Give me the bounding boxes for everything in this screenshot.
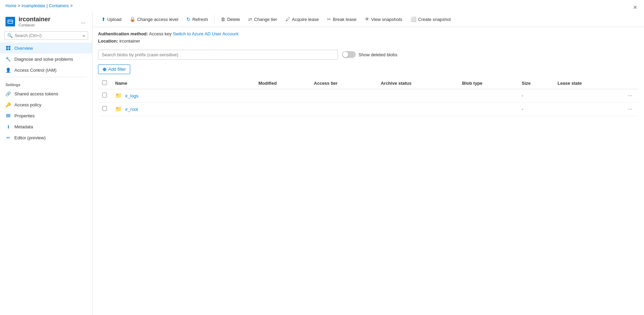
link-icon: 🔗 — [5, 91, 11, 96]
change-tier-label: Change tier — [254, 17, 277, 22]
show-deleted-label: Show deleted blobs — [359, 52, 397, 57]
svg-rect-5 — [9, 48, 10, 50]
svg-rect-2 — [6, 46, 8, 48]
row-more-actions-2[interactable]: ··· — [625, 105, 634, 113]
pencil-icon: ✏ — [5, 135, 11, 140]
cell-lease-state-1 — [554, 89, 621, 102]
sidebar-more-button[interactable]: ... — [80, 17, 87, 26]
breadcrumb: Home > irsampledata | Containers > — [0, 0, 644, 12]
change-tier-button[interactable]: ⇄ Change tier — [245, 14, 280, 24]
sidebar-item-access-policy[interactable]: 🔑 Access policy — [0, 99, 92, 110]
delete-button[interactable]: 🗑 Delete — [217, 14, 244, 24]
cell-access-tier-1 — [310, 89, 377, 102]
row-checkbox-1[interactable] — [102, 93, 107, 97]
tier-icon: ⇄ — [248, 16, 252, 22]
refresh-icon: ↻ — [186, 16, 191, 22]
upload-button[interactable]: ⬆ Upload — [98, 14, 125, 24]
delete-label: Delete — [227, 17, 240, 22]
sidebar-item-editor[interactable]: ✏ Editor (preview) — [0, 132, 92, 143]
table-container: Name Modified Access tier Archive status… — [93, 78, 644, 116]
break-lease-button[interactable]: ✂ Break lease — [324, 14, 360, 24]
breadcrumb-storage[interactable]: irsampledata — [22, 3, 45, 8]
breadcrumb-sep3: > — [70, 3, 73, 8]
search-icon: 🔍 — [7, 33, 13, 38]
filter-row: ⊕ Add filter — [93, 63, 644, 78]
acquire-lease-label: Acquire lease — [292, 17, 319, 22]
cell-modified-1 — [254, 89, 310, 102]
bars-icon — [5, 113, 11, 118]
col-blob-type: Blob type — [458, 78, 518, 89]
add-filter-button[interactable]: ⊕ Add filter — [98, 65, 130, 74]
refresh-button[interactable]: ↻ Refresh — [183, 14, 211, 24]
sidebar-search-input[interactable] — [15, 33, 79, 38]
svg-rect-6 — [6, 114, 10, 115]
main-content: ⬆ Upload 🔒 Change access level ↻ Refresh… — [93, 12, 644, 315]
snapshots-icon: 👁 — [365, 16, 369, 22]
create-snapshot-label: Create snapshot — [418, 17, 451, 22]
sidebar-title: ircontainer — [19, 16, 76, 23]
acquire-lease-icon: 🖊 — [285, 16, 290, 22]
row-more-actions-1[interactable]: ··· — [625, 92, 634, 100]
lock-icon: 🔒 — [130, 16, 135, 22]
table-row: 📁 ir_logs - ··· — [98, 89, 639, 102]
select-all-checkbox[interactable] — [102, 80, 107, 85]
toggle-group: Show deleted blobs — [342, 51, 397, 58]
sidebar-item-iam[interactable]: 👤 Access Control (IAM) — [0, 65, 92, 75]
svg-rect-4 — [6, 48, 8, 50]
grid-icon — [5, 45, 11, 51]
upload-label: Upload — [107, 17, 121, 22]
folder-link-ir-logs[interactable]: ir_logs — [125, 93, 138, 98]
cell-lease-state-2 — [554, 102, 621, 116]
delete-icon: 🗑 — [221, 16, 226, 22]
cell-archive-status-1 — [377, 89, 458, 102]
breadcrumb-home[interactable]: Home — [5, 3, 16, 8]
info-icon: ℹ — [5, 124, 11, 129]
blob-search-input[interactable] — [98, 50, 338, 60]
location-label: Location: — [98, 38, 118, 44]
toggle-switch[interactable] — [342, 51, 356, 58]
sidebar-nav: Overview 🔧 Diagnose and solve problems 👤… — [0, 43, 92, 315]
sidebar-item-access-policy-label: Access policy — [14, 102, 41, 107]
location-value: ircontainer — [119, 38, 140, 44]
sidebar-item-overview[interactable]: Overview — [0, 43, 92, 54]
folder-icon-2: 📁 — [115, 106, 122, 112]
col-modified: Modified — [254, 78, 310, 89]
change-access-label: Change access level — [137, 17, 178, 22]
folder-link-ir-root[interactable]: ir_root — [125, 107, 138, 112]
person-icon: 👤 — [5, 67, 11, 73]
wrench-icon: 🔧 — [5, 56, 11, 62]
add-filter-label: Add filter — [108, 67, 126, 72]
acquire-lease-button[interactable]: 🖊 Acquire lease — [282, 14, 323, 24]
auth-link[interactable]: Switch to Azure AD User Account — [173, 31, 238, 36]
view-snapshots-button[interactable]: 👁 View snapshots — [361, 14, 406, 24]
collapse-sidebar-button[interactable]: « — [83, 33, 85, 38]
svg-rect-8 — [6, 117, 10, 117]
toggle-knob — [343, 52, 348, 57]
blob-search — [98, 50, 338, 60]
sidebar-item-metadata[interactable]: ℹ Metadata — [0, 121, 92, 132]
breadcrumb-containers[interactable]: Containers — [49, 3, 69, 8]
col-name: Name — [111, 78, 254, 89]
sidebar-item-properties[interactable]: Properties ⬅ — [0, 110, 92, 121]
break-lease-icon: ✂ — [327, 16, 331, 22]
sidebar-item-iam-label: Access Control (IAM) — [14, 68, 57, 73]
create-snapshot-button[interactable]: ⬜ Create snapshot — [407, 14, 454, 24]
svg-rect-3 — [9, 46, 10, 48]
create-snapshot-icon: ⬜ — [411, 16, 416, 22]
show-deleted-toggle[interactable] — [342, 51, 356, 58]
auth-label: Authentication method: — [98, 31, 148, 36]
row-checkbox-2[interactable] — [102, 106, 107, 111]
container-icon — [5, 17, 15, 26]
sidebar-item-diagnose[interactable]: 🔧 Diagnose and solve problems — [0, 54, 92, 65]
auth-value: Access key — [149, 31, 172, 36]
close-button[interactable]: × — [633, 3, 637, 11]
toolbar: ⬆ Upload 🔒 Change access level ↻ Refresh… — [93, 12, 644, 27]
cell-archive-status-2 — [377, 102, 458, 116]
search-row: Show deleted blobs — [93, 46, 644, 63]
folder-icon-1: 📁 — [115, 93, 122, 98]
sidebar-item-shared-access[interactable]: 🔗 Shared access tokens — [0, 88, 92, 99]
col-archive-status: Archive status — [377, 78, 458, 89]
sidebar-item-overview-label: Overview — [14, 46, 33, 51]
col-lease-state: Lease state — [554, 78, 621, 89]
change-access-button[interactable]: 🔒 Change access level — [126, 14, 182, 24]
